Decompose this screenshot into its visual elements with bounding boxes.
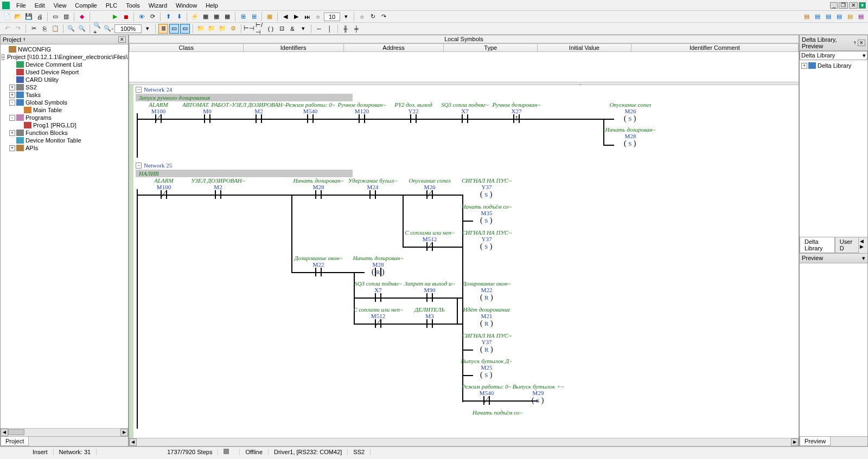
tree-node[interactable]: Main Table (2, 106, 127, 114)
minimize-icon[interactable]: _ (830, 2, 838, 9)
scroll-left-icon[interactable]: ◀ (1, 429, 8, 436)
close-icon[interactable]: ✕ (849, 2, 858, 9)
scroll-thumb[interactable] (8, 429, 24, 435)
contact[interactable]: ALARMM100∕ (131, 101, 186, 114)
contact[interactable]: С соплами или неп~M512∕ (403, 229, 457, 242)
coil[interactable]: СИГНАЛ НА ПУС~Y37( R ) (454, 332, 519, 345)
tree-node[interactable]: Device Monitor Table (2, 137, 127, 144)
contact[interactable]: PY2 доз. выходY22 (386, 101, 441, 114)
project-tab[interactable]: Project (1, 437, 29, 446)
sync-icon[interactable]: ⟳ (148, 12, 157, 22)
eraser-icon[interactable]: ◆ (77, 12, 87, 22)
build1-icon[interactable]: ▦ (201, 12, 210, 22)
library-tree[interactable]: + Delta Library (800, 60, 867, 237)
tree-node[interactable]: -Global Symbols (2, 99, 127, 106)
del-h-icon[interactable]: ╫ (341, 24, 350, 34)
circle2-icon[interactable]: ○ (357, 12, 367, 22)
scroll-right-icon[interactable]: ▶ (120, 429, 128, 436)
coil[interactable]: СИГНАЛ НА ПУС~Y37( S ) (454, 229, 519, 242)
circle-icon[interactable]: ○ (313, 12, 323, 22)
tree-node[interactable]: +APIs (2, 144, 127, 152)
zoomout-icon[interactable]: 🔍- (104, 24, 113, 34)
tab-user-d[interactable]: User D (835, 237, 859, 253)
network-24-comment[interactable]: Запуск ручного дозирования (136, 94, 353, 101)
col-identifiers[interactable]: Identifiers (243, 44, 343, 52)
contact[interactable]: Ручное дозирован~M120 (335, 101, 389, 114)
mode1-icon[interactable]: ≣ (158, 24, 168, 34)
collapse-icon[interactable]: − (136, 87, 142, 93)
folder3-icon[interactable]: 📁 (218, 24, 227, 34)
run-icon[interactable]: ▶ (110, 12, 120, 22)
network-25-rung[interactable]: ALARMM100∕УЗЕЛ ДОЗИРОВАН~M2Начать дозиро… (137, 177, 748, 426)
tab-scroll-icon[interactable]: ◀ ▶ (859, 237, 867, 253)
menu-tools[interactable]: Tools (122, 1, 144, 10)
col-address[interactable]: Address (343, 44, 444, 52)
tree-node[interactable]: Device Comment List (2, 61, 127, 68)
step-icon[interactable]: ⏭ (302, 12, 312, 22)
tree-node[interactable]: +Tasks (2, 91, 127, 99)
contact[interactable]: Удержание бугыл~M24 (346, 177, 400, 190)
expand-icon[interactable]: + (9, 85, 15, 90)
line-v-icon[interactable]: │ (325, 24, 335, 34)
project-tree[interactable]: NWCONFIG-Project [\\10.12.1.1\Engineer_e… (1, 44, 128, 428)
redo-icon[interactable]: ↷ (379, 12, 388, 22)
col-type[interactable]: Type (444, 44, 538, 52)
coil[interactable]: Опускание сопелM26( S ) (598, 101, 663, 114)
stop-icon[interactable]: ⏹ (121, 12, 131, 22)
contact[interactable]: ДЕЛИТЕЛЬM3 (403, 306, 457, 319)
right-icon[interactable]: ▶ (291, 12, 301, 22)
hmi5-icon[interactable]: ▤ (845, 12, 855, 22)
compile-icon[interactable]: ⚡ (190, 12, 200, 22)
expand-icon[interactable]: + (9, 145, 15, 151)
coil[interactable]: Выпуск бутылок +~M29( S ) (506, 383, 571, 396)
network-25-header[interactable]: − Network 25 (136, 161, 748, 170)
tree-node[interactable]: +SS2 (2, 83, 127, 91)
menu-edit[interactable]: Edit (30, 1, 49, 10)
dd-icon[interactable]: ▾ (298, 24, 308, 34)
contact[interactable]: Режим работы: 0~M540 (283, 101, 337, 114)
coil[interactable]: Начать дозирован~M28( S ) (598, 126, 663, 139)
hmi3-icon[interactable]: ▤ (824, 12, 833, 22)
panel-close-icon[interactable]: ✕ (118, 36, 126, 43)
expand-icon[interactable]: - (2, 54, 4, 60)
maximize-icon[interactable]: ❐ (839, 2, 848, 9)
pin-icon[interactable]: ⫯ (853, 40, 858, 46)
print-icon[interactable]: 🖨 (35, 12, 44, 22)
contact[interactable]: УЗЕЛ ДОЗИРОВАН~M2 (232, 101, 286, 114)
network-25-comment[interactable]: НАЛИВ (136, 170, 353, 177)
contact[interactable]: ALARMM100∕ (137, 177, 191, 190)
panel-close-icon[interactable]: ✕ (858, 40, 865, 46)
contact[interactable]: Запрет на выход и~M90 (403, 280, 457, 293)
window1-icon[interactable]: ▭ (50, 12, 60, 22)
contact[interactable]: Начать дозирован~M28 (291, 177, 346, 190)
refresh-icon[interactable]: ↻ (368, 12, 378, 22)
contact[interactable]: Ручное дозирован~X27↑ (489, 101, 544, 114)
contact[interactable]: SQ3 сопла подняг~X7 (438, 101, 492, 114)
contact[interactable]: Опускание сопелM26∕ (403, 177, 457, 190)
symbols-body[interactable] (129, 52, 799, 82)
left-icon[interactable]: ◀ (280, 12, 290, 22)
coil[interactable]: Выпуск бутылок Д~M25( S ) (454, 358, 519, 371)
network-24-header[interactable]: − Network 24 (136, 85, 748, 94)
hmi1-icon[interactable]: ▤ (802, 12, 812, 22)
grid-icon[interactable]: ▦ (265, 12, 275, 22)
folder1-icon[interactable]: 📁 (196, 24, 206, 34)
mode3-icon[interactable]: ▭ (180, 24, 190, 34)
child-close-icon[interactable]: ▾ (859, 2, 866, 9)
find-icon[interactable]: 🔍 (66, 24, 76, 34)
expand-icon[interactable]: - (9, 115, 15, 121)
mode2-icon[interactable]: ▭ (169, 24, 179, 34)
save-icon[interactable]: 💾 (24, 12, 34, 22)
zoomin-icon[interactable]: 🔍+ (93, 24, 103, 34)
ladder-editor[interactable]: − Network 24 Запуск ручного дозирования … (129, 85, 799, 438)
expand-icon[interactable]: - (9, 100, 15, 106)
menu-view[interactable]: View (49, 1, 71, 10)
expand-icon[interactable]: + (9, 92, 15, 98)
contact[interactable]: Дозирование окон~M22 (291, 255, 346, 268)
folder2-icon[interactable]: 📁 (207, 24, 216, 34)
build3-icon[interactable]: ▦ (222, 12, 232, 22)
contact[interactable]: УЗЕЛ ДОЗИРОВАН~M2 (191, 177, 245, 190)
scroll-right-icon[interactable]: ▶ (791, 438, 799, 446)
menu-compile[interactable]: Compile (71, 1, 101, 10)
scroll-left-icon[interactable]: ◀ (129, 438, 137, 446)
